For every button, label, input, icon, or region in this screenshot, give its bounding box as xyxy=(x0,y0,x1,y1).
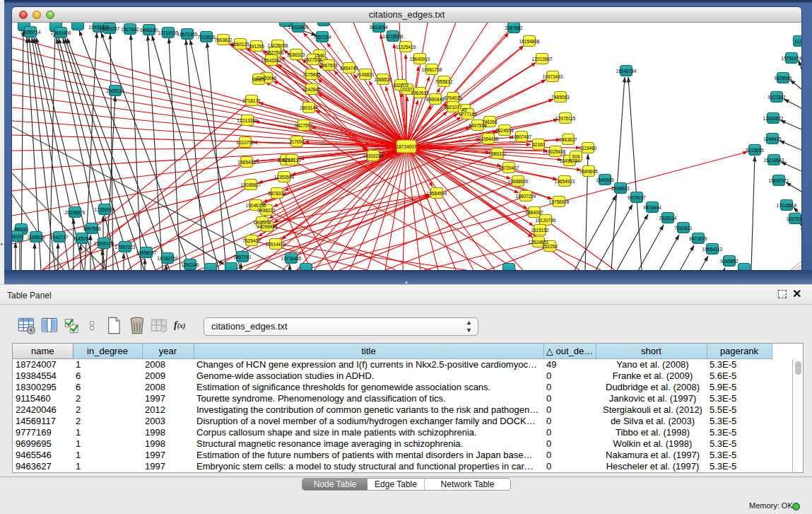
svg-text:10973493: 10973493 xyxy=(543,74,563,79)
svg-text:1640935: 1640935 xyxy=(596,177,614,182)
svg-text:17957223: 17957223 xyxy=(115,245,136,250)
svg-text:7663822: 7663822 xyxy=(214,37,233,42)
svg-text:14055714: 14055714 xyxy=(20,30,41,35)
svg-text:16648784: 16648784 xyxy=(616,69,637,74)
svg-text:9329966: 9329966 xyxy=(774,76,792,81)
svg-text:1588520: 1588520 xyxy=(374,77,392,82)
svg-text:1244415: 1244415 xyxy=(763,136,782,141)
svg-text:7955812: 7955812 xyxy=(435,79,453,84)
svg-text:62160: 62160 xyxy=(532,142,545,147)
svg-text:8186323: 8186323 xyxy=(287,52,305,57)
svg-text:10653267: 10653267 xyxy=(100,26,120,31)
svg-text:1167533: 1167533 xyxy=(787,216,801,221)
svg-text:15720407: 15720407 xyxy=(499,165,519,170)
svg-text:10120746: 10120746 xyxy=(536,218,556,223)
svg-text:2967608: 2967608 xyxy=(319,63,338,68)
svg-text:1621072: 1621072 xyxy=(444,105,462,110)
svg-text:252254: 252254 xyxy=(542,244,558,249)
svg-text:8427552: 8427552 xyxy=(295,123,313,128)
svg-text:19654923: 19654923 xyxy=(555,179,575,184)
svg-text:2942737: 2942737 xyxy=(50,235,69,240)
svg-text:2005334: 2005334 xyxy=(106,88,124,93)
svg-text:20364436: 20364436 xyxy=(478,136,499,141)
svg-text:19218506: 19218506 xyxy=(383,34,404,39)
svg-text:891295: 891295 xyxy=(249,44,264,49)
svg-text:9245652: 9245652 xyxy=(720,259,739,264)
svg-text:7357224: 7357224 xyxy=(313,35,331,40)
svg-text:6466160: 6466160 xyxy=(140,28,158,33)
svg-text:3175685: 3175685 xyxy=(302,72,321,77)
svg-text:16543382: 16543382 xyxy=(261,58,282,63)
svg-text:15302235: 15302235 xyxy=(363,153,384,158)
svg-text:12975115: 12975115 xyxy=(555,116,576,121)
svg-text:8938923: 8938923 xyxy=(611,186,630,191)
svg-text:12905135: 12905135 xyxy=(94,241,114,246)
svg-text:1527602: 1527602 xyxy=(121,27,139,32)
svg-text:10719155: 10719155 xyxy=(158,30,179,35)
svg-text:18724007: 18724007 xyxy=(396,144,417,149)
svg-text:1965493: 1965493 xyxy=(237,160,256,165)
svg-text:9463627: 9463627 xyxy=(559,137,577,142)
svg-text:8660125: 8660125 xyxy=(231,42,249,47)
svg-text:2803144: 2803144 xyxy=(300,105,318,110)
svg-text:9115460: 9115460 xyxy=(579,146,597,151)
svg-text:98901: 98901 xyxy=(252,77,265,82)
svg-text:17016504: 17016504 xyxy=(777,203,797,208)
svg-text:8267130: 8267130 xyxy=(283,158,301,163)
svg-text:10914479: 10914479 xyxy=(266,242,286,247)
svg-text:16210643: 16210643 xyxy=(764,158,784,163)
svg-text:12093822: 12093822 xyxy=(763,116,784,121)
svg-text:7986322: 7986322 xyxy=(488,151,507,156)
svg-text:9699695: 9699695 xyxy=(579,169,598,174)
svg-text:1615152: 1615152 xyxy=(531,228,549,233)
svg-text:15692971: 15692971 xyxy=(769,178,789,183)
svg-text:7485063: 7485063 xyxy=(551,95,570,100)
svg-text:2037: 2037 xyxy=(402,87,413,92)
svg-text:10961758: 10961758 xyxy=(422,67,442,72)
svg-text:9227342: 9227342 xyxy=(767,95,786,100)
svg-text:995061: 995061 xyxy=(13,227,29,232)
svg-text:10654112: 10654112 xyxy=(702,247,723,252)
svg-text:3624554: 3624554 xyxy=(495,128,514,133)
svg-text:9997586: 9997586 xyxy=(83,226,101,231)
svg-text:18807299: 18807299 xyxy=(516,194,536,199)
svg-text:19716485: 19716485 xyxy=(281,256,302,261)
svg-text:1112: 1112 xyxy=(794,39,801,44)
svg-text:13226058: 13226058 xyxy=(268,43,288,48)
svg-text:9857791: 9857791 xyxy=(233,255,252,259)
svg-text:8990448: 8990448 xyxy=(426,97,445,102)
svg-text:11325419: 11325419 xyxy=(396,45,416,49)
svg-text:17359924: 17359924 xyxy=(95,207,115,212)
svg-text:16782759: 16782759 xyxy=(158,256,178,261)
svg-text:6794028: 6794028 xyxy=(444,95,462,100)
svg-text:8813054: 8813054 xyxy=(370,25,388,30)
svg-text:20691406: 20691406 xyxy=(51,30,71,35)
svg-text:1010755: 1010755 xyxy=(236,140,254,145)
svg-text:8471676: 8471676 xyxy=(689,236,707,241)
svg-text:317004: 317004 xyxy=(289,139,305,144)
svg-text:9146821: 9146821 xyxy=(356,72,375,77)
svg-text:9474444: 9474444 xyxy=(643,205,661,210)
svg-text:10046756: 10046756 xyxy=(246,203,266,208)
svg-text:8215955: 8215955 xyxy=(746,148,764,153)
svg-text:1156829: 1156829 xyxy=(28,235,45,240)
svg-text:12213389: 12213389 xyxy=(237,118,258,123)
svg-text:7515526: 7515526 xyxy=(197,35,216,40)
svg-text:7625402: 7625402 xyxy=(242,238,261,243)
svg-text:8454749: 8454749 xyxy=(340,66,358,71)
svg-text:39159: 39159 xyxy=(12,234,23,239)
svg-text:9242845: 9242845 xyxy=(302,87,321,92)
svg-text:14099489: 14099489 xyxy=(257,224,278,229)
svg-text:1362615: 1362615 xyxy=(411,90,429,95)
svg-text:20206576: 20206576 xyxy=(65,210,86,215)
svg-text:10958107: 10958107 xyxy=(136,250,157,255)
svg-text:2935114: 2935114 xyxy=(659,216,677,221)
svg-text:9527508: 9527508 xyxy=(304,57,322,62)
svg-text:3498222: 3498222 xyxy=(257,208,276,213)
svg-text:10025438: 10025438 xyxy=(546,149,566,154)
svg-text:904: 904 xyxy=(572,154,580,159)
svg-text:746266: 746266 xyxy=(482,119,498,124)
svg-text:16154808: 16154808 xyxy=(519,39,540,44)
svg-text:1292346: 1292346 xyxy=(181,262,199,267)
svg-text:11353594: 11353594 xyxy=(274,175,295,180)
